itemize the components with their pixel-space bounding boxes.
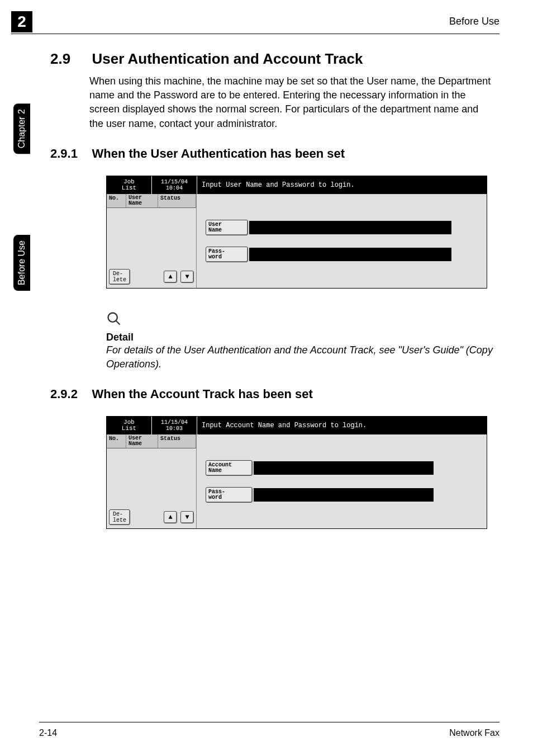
user-name-input[interactable] [249, 221, 451, 234]
lcd-datetime: 11/15/04 10:04 [152, 176, 197, 194]
col-status: Status [158, 194, 196, 207]
lcd-job-list-tab-2[interactable]: Job List [107, 417, 152, 434]
lcd-left-header: No. User Name Status [107, 194, 196, 208]
password-button-2[interactable]: Pass- word [206, 487, 253, 503]
lcd-left-pane-2: No. User Name Status De- lete ▲ ▼ [107, 434, 197, 528]
page-number-badge: 2 [11, 11, 32, 32]
footer-divider [39, 722, 499, 722]
svg-line-1 [116, 320, 120, 324]
password-row: Pass- word [206, 247, 478, 262]
section-2-9-1-title: When the User Authentication has been se… [92, 147, 345, 161]
section-2-9-2-num: 2.9.2 [50, 387, 89, 401]
lcd-body-2: No. User Name Status De- lete ▲ ▼ [107, 434, 487, 528]
scroll-up-button-2[interactable]: ▲ [164, 511, 177, 523]
lcd-datetime-2: 11/15/04 10:03 [152, 417, 197, 434]
account-name-row: Account Name [206, 460, 478, 476]
lcd-message: Input User Name and Password to login. [197, 176, 487, 194]
password-input[interactable] [249, 248, 451, 261]
section-2-9-title: User Authentication and Account Track [92, 50, 363, 68]
delete-button[interactable]: De- lete [109, 269, 130, 285]
lcd-left-footer: De- lete ▲ ▼ [109, 269, 194, 285]
col-user: User Name [126, 194, 158, 207]
section-2-9-1-heading: 2.9.1 When the User Authentication has b… [50, 147, 499, 161]
detail-block: Detail For details of the User Authentic… [106, 311, 499, 371]
magnifier-icon [106, 311, 499, 330]
scroll-down-button[interactable]: ▼ [180, 271, 194, 283]
lcd-panel-user-auth: Job List 11/15/04 10:04 Input User Name … [106, 176, 487, 289]
detail-text: For details of the User Authentication a… [106, 343, 497, 371]
svg-point-0 [108, 313, 117, 322]
content: 2.9 User Authentication and Account Trac… [50, 50, 499, 529]
lcd-panel-account-track: Job List 11/15/04 10:03 Input Account Na… [106, 416, 487, 529]
col-no: No. [107, 194, 126, 207]
section-2-9-heading: 2.9 User Authentication and Account Trac… [50, 50, 499, 68]
user-name-button[interactable]: User Name [206, 220, 248, 235]
arrow-up-icon: ▲ [168, 273, 172, 281]
lcd-time: 10:04 [166, 185, 183, 191]
section-2-9-num: 2.9 [50, 50, 89, 68]
arrow-down-icon-2: ▼ [185, 513, 189, 521]
lcd-body: No. User Name Status De- lete ▲ ▼ [107, 194, 487, 288]
delete-button-2[interactable]: De- lete [109, 509, 130, 525]
password-row-2: Pass- word [206, 487, 478, 503]
lcd-date: 11/15/04 [161, 179, 188, 185]
top-divider [11, 34, 499, 34]
lcd-left-header-2: No. User Name Status [107, 434, 196, 448]
col-user-2: User Name [126, 434, 158, 448]
lcd-right-pane: User Name Pass- word [197, 194, 487, 288]
password-button[interactable]: Pass- word [206, 247, 248, 262]
lcd-left-pane: No. User Name Status De- lete ▲ ▼ [107, 194, 197, 288]
section-2-9-1-num: 2.9.1 [50, 147, 89, 161]
col-status-2: Status [158, 434, 196, 448]
scroll-down-button-2[interactable]: ▼ [180, 511, 194, 523]
lcd-left-footer-2: De- lete ▲ ▼ [109, 509, 194, 525]
arrow-up-icon-2: ▲ [168, 513, 172, 521]
footer-page-number: 2-14 [39, 728, 57, 738]
account-name-button[interactable]: Account Name [206, 460, 253, 476]
password-input-2[interactable] [254, 488, 434, 502]
section-2-9-body: When using this machine, the machine may… [89, 74, 492, 131]
lcd-top-bar: Job List 11/15/04 10:04 Input User Name … [107, 176, 487, 194]
detail-heading: Detail [106, 332, 499, 343]
lcd-time-2: 10:03 [166, 426, 183, 432]
arrow-down-icon: ▼ [185, 273, 189, 281]
lcd-message-2: Input Account Name and Password to login… [197, 417, 487, 434]
account-name-input[interactable] [254, 461, 434, 475]
lcd-date-2: 11/15/04 [161, 419, 188, 426]
side-tab-chapter: Chapter 2 [13, 103, 30, 154]
section-2-9-2-heading: 2.9.2 When the Account Track has been se… [50, 387, 499, 401]
scroll-up-button[interactable]: ▲ [164, 271, 177, 283]
col-no-2: No. [107, 434, 126, 448]
user-name-row: User Name [206, 220, 478, 235]
lcd-top-bar-2: Job List 11/15/04 10:03 Input Account Na… [107, 417, 487, 434]
side-tab-section: Before Use [13, 235, 30, 291]
lcd-right-pane-2: Account Name Pass- word [197, 434, 487, 528]
header-right-label: Before Use [449, 16, 499, 27]
section-2-9-2-title: When the Account Track has been set [92, 387, 312, 401]
lcd-job-list-tab[interactable]: Job List [107, 176, 152, 194]
footer-title: Network Fax [449, 728, 499, 738]
